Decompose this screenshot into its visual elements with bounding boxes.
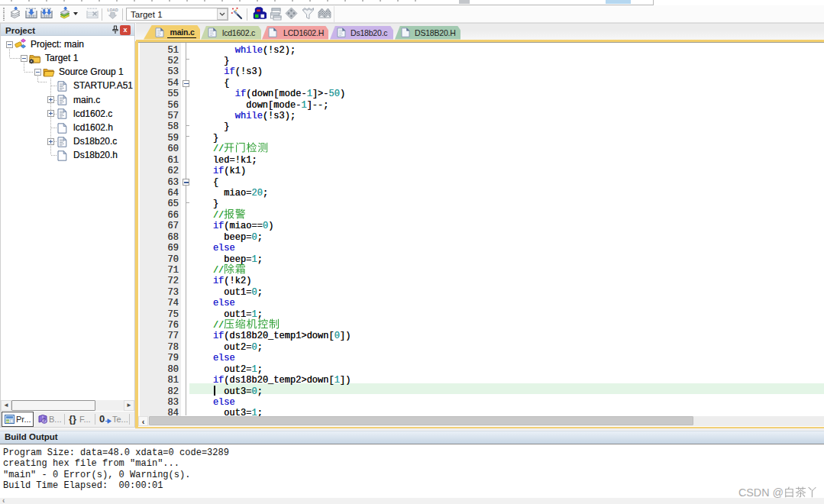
svg-text:?: ? <box>43 418 46 423</box>
svg-text:LOAD: LOAD <box>107 8 118 12</box>
